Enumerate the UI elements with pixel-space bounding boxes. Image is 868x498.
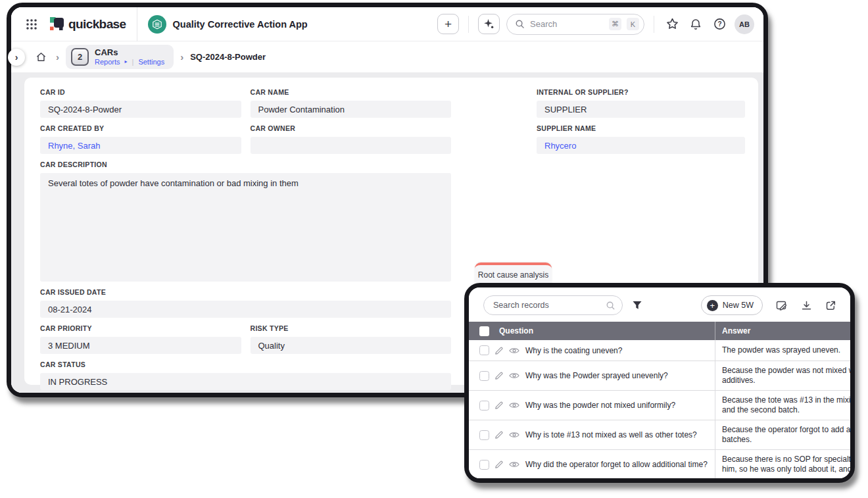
field-label: CAR NAME <box>251 88 452 97</box>
eye-icon[interactable] <box>509 372 519 380</box>
pencil-icon[interactable] <box>494 430 504 439</box>
eye-icon[interactable] <box>509 431 519 439</box>
field-value: 08-21-2024 <box>40 301 451 318</box>
field-car-status: CAR STATUS IN PROGRESS <box>40 361 451 390</box>
table-icon: 2 <box>71 48 89 66</box>
field-label: CAR ID <box>40 88 241 97</box>
field-car-priority: CAR PRIORITY 3 MEDIUM <box>40 324 241 354</box>
home-button[interactable] <box>32 51 49 62</box>
field-value: Powder Contamination <box>251 101 452 118</box>
answer-cell: The powder was sprayed uneven. <box>722 345 850 355</box>
row-checkbox[interactable] <box>479 401 489 411</box>
field-value <box>251 137 452 154</box>
row-checkbox[interactable] <box>479 371 489 381</box>
eye-icon[interactable] <box>509 461 519 468</box>
breadcrumb-table-name[interactable]: CARs <box>95 48 164 57</box>
quickbase-wordmark: quickbase <box>68 17 126 32</box>
grid-edit-button[interactable] <box>776 300 788 311</box>
divider <box>137 7 137 41</box>
eye-icon[interactable] <box>509 347 519 355</box>
breadcrumb-record-name: SQ-2024-8-Powder <box>190 52 266 62</box>
column-divider <box>715 450 715 478</box>
field-car-issued-date: CAR ISSUED DATE 08-21-2024 <box>40 288 451 318</box>
field-label: SUPPLIER NAME <box>537 124 745 133</box>
field-label: INTERNAL OR SUPPLIER? <box>537 88 745 97</box>
field-label: CAR CREATED BY <box>40 124 241 133</box>
settings-link[interactable]: Settings <box>138 58 164 66</box>
table-row[interactable]: Why was the Powder sprayed unevenly? Bec… <box>469 361 850 391</box>
help-icon: ? <box>713 18 726 30</box>
app-switcher-icon[interactable] <box>23 18 40 30</box>
chevron-right-icon: › <box>180 51 183 62</box>
tab-root-cause-analysis[interactable]: Root cause analysis <box>475 262 552 284</box>
download-button[interactable] <box>801 300 812 311</box>
open-fullscreen-button[interactable] <box>825 300 836 311</box>
table-row[interactable]: Why was the powder not mixed uniformily?… <box>469 391 850 420</box>
field-value: 3 MEDIUM <box>40 337 241 354</box>
field-value-link[interactable]: Rhyne, Sarah <box>40 137 241 154</box>
tab-label: Root cause analysis <box>478 270 548 280</box>
global-search: ⌘ K <box>506 14 644 35</box>
reports-link[interactable]: Reports <box>95 58 120 66</box>
field-risk-type: RISK TYPE Quality <box>251 324 452 354</box>
star-icon <box>666 18 679 30</box>
notifications-button[interactable] <box>687 18 704 30</box>
new-5w-label: New 5W <box>723 301 754 310</box>
home-icon <box>36 51 47 62</box>
chevron-right-icon: › <box>56 51 59 62</box>
question-cell: Why was the powder not mixed uniformily? <box>525 401 675 410</box>
eye-icon[interactable] <box>509 401 519 409</box>
row-checkbox[interactable] <box>479 460 489 470</box>
field-label: CAR ISSUED DATE <box>40 288 451 297</box>
row-checkbox[interactable] <box>479 345 489 355</box>
filter-button[interactable] <box>632 301 642 311</box>
breadcrumb-table-chip[interactable]: 2 CARs Reports ▸ | Settings <box>66 45 174 69</box>
help-button[interactable]: ? <box>711 18 728 30</box>
add-button[interactable]: + <box>437 14 459 34</box>
divider <box>468 16 469 33</box>
field-value: Several totes of powder have contaminati… <box>40 173 451 282</box>
field-internal-or-supplier: INTERNAL OR SUPPLIER? SUPPLIER <box>537 88 745 118</box>
pencil-icon[interactable] <box>494 401 504 410</box>
question-cell: Why is tote #13 not mixed as well as oth… <box>525 430 697 439</box>
table-row[interactable]: Why is the coating uneven? The powder wa… <box>469 340 850 361</box>
new-5w-button[interactable]: + New 5W <box>701 295 763 315</box>
answer-cell: Because the powder was not mixed well be… <box>722 366 850 386</box>
filter-icon <box>632 301 642 311</box>
field-value: SUPPLIER <box>537 101 745 118</box>
pencil-icon[interactable] <box>494 346 504 355</box>
answer-cell: Because the tote was #13 in the mixing p… <box>722 395 850 415</box>
favorites-button[interactable] <box>663 18 681 30</box>
row-checkbox[interactable] <box>479 430 489 440</box>
question-cell: Why did the operator forget to allow add… <box>525 460 708 469</box>
column-divider <box>715 322 715 340</box>
records-search-input[interactable] <box>493 301 606 310</box>
field-label: RISK TYPE <box>251 324 452 333</box>
column-divider <box>715 361 715 390</box>
table-row[interactable]: Why is tote #13 not mixed as well as oth… <box>469 420 850 450</box>
field-car-owner: CAR OWNER <box>251 124 452 154</box>
app-icon[interactable] <box>148 15 166 34</box>
field-car-name: CAR NAME Powder Contamination <box>251 88 452 118</box>
select-all-checkbox[interactable] <box>479 326 489 336</box>
table-row[interactable]: Why did the operator forget to allow add… <box>469 450 850 478</box>
global-search-input[interactable] <box>530 19 604 29</box>
cmd-key-badge: ⌘ <box>609 18 621 30</box>
avatar[interactable]: AB <box>735 14 754 34</box>
column-divider <box>715 391 715 420</box>
pencil-icon[interactable] <box>494 371 504 380</box>
external-link-icon <box>825 300 836 311</box>
quickbase-mark-icon <box>50 17 64 31</box>
question-cell: Why was the Powder sprayed unevenly? <box>525 371 668 380</box>
field-label: CAR DESCRIPTION <box>40 161 451 169</box>
pencil-icon[interactable] <box>494 460 504 469</box>
field-value: IN PROGRESS <box>40 373 451 390</box>
sidebar-expand-button[interactable]: › <box>8 49 25 66</box>
quickbase-logo[interactable]: quickbase <box>50 17 126 32</box>
download-icon <box>801 300 812 311</box>
divider <box>654 16 654 33</box>
field-value-link[interactable]: Rhycero <box>537 137 745 154</box>
ai-assistant-button[interactable] <box>478 14 500 34</box>
field-label: CAR PRIORITY <box>40 324 241 333</box>
grid-edit-icon <box>776 300 788 311</box>
